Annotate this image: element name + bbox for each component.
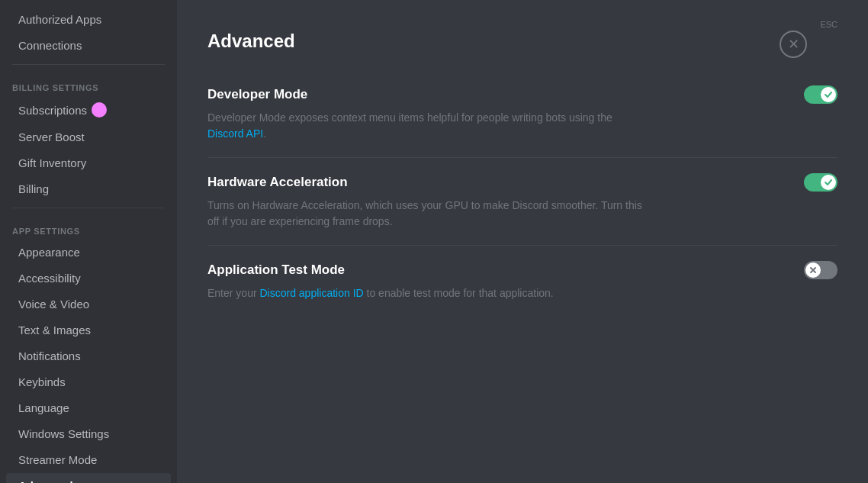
developer-mode-row: Developer Mode [207, 85, 837, 104]
developer-mode-toggle[interactable] [804, 85, 837, 104]
sidebar-item-streamer-mode[interactable]: Streamer Mode [6, 447, 171, 472]
sidebar-item-label: Connections [18, 39, 82, 52]
esc-label: ESC [820, 20, 837, 29]
description-prefix: Developer Mode exposes context menu item… [207, 111, 612, 124]
sidebar-item-label: Voice & Video [18, 298, 89, 311]
sidebar-item-label: Billing [18, 182, 49, 195]
sidebar-item-text-images[interactable]: Text & Images [6, 317, 171, 343]
sidebar-item-label: Accessibility [18, 272, 81, 285]
sidebar-item-server-boost[interactable]: Server Boost [6, 124, 171, 150]
sidebar-item-connections[interactable]: Connections [6, 33, 171, 58]
sidebar-item-label: Language [18, 401, 69, 414]
close-wrapper: ✕ ESC [820, 15, 837, 29]
sidebar-item-label: Server Boost [18, 130, 85, 143]
svg-point-0 [95, 105, 104, 114]
sidebar-item-voice-video[interactable]: Voice & Video [6, 291, 171, 317]
toggle-knob [821, 175, 836, 190]
sidebar-item-appearance[interactable]: Appearance [6, 240, 171, 265]
developer-mode-description: Developer Mode exposes context menu item… [207, 110, 650, 142]
sidebar-item-label: Notifications [18, 349, 81, 362]
sidebar-item-notifications[interactable]: Notifications [6, 343, 171, 369]
sidebar-item-label: Subscriptions [18, 104, 87, 117]
sidebar-item-language[interactable]: Language [6, 395, 171, 420]
app-section-label: APP SETTINGS [0, 214, 177, 239]
hardware-acceleration-card: Hardware Acceleration Turns on Hardware … [207, 158, 837, 246]
sidebar-item-billing[interactable]: Billing [6, 176, 171, 201]
app-test-mode-card: Application Test Mode Enter your Discord… [207, 246, 837, 317]
description-suffix: to enable test mode for that application… [364, 287, 554, 299]
developer-mode-card: Developer Mode Developer Mode exposes co… [207, 70, 837, 158]
app-test-mode-toggle[interactable] [804, 261, 837, 279]
sidebar-item-label: Keybinds [18, 375, 66, 388]
close-icon: ✕ [788, 37, 799, 51]
main-content: ✕ ESC Advanced Developer Mode Developer … [177, 0, 868, 483]
app-test-mode-description: Enter your Discord application ID to ena… [207, 285, 650, 301]
sidebar-item-label: Appearance [18, 246, 80, 259]
sidebar-item-keybinds[interactable]: Keybinds [6, 369, 171, 394]
subscriptions-badge [92, 102, 107, 118]
discord-api-link[interactable]: Discord API [207, 127, 263, 140]
toggle-knob [821, 87, 836, 102]
app-test-mode-label: Application Test Mode [207, 262, 345, 278]
page-title: Advanced [207, 31, 837, 52]
hardware-acceleration-description: Turns on Hardware Acceleration, which us… [207, 198, 650, 230]
discord-app-id-link[interactable]: Discord application ID [259, 287, 363, 299]
sidebar-item-gift-inventory[interactable]: Gift Inventory [6, 150, 171, 175]
sidebar-item-advanced[interactable]: Advanced [6, 473, 171, 483]
sidebar-item-label: Gift Inventory [18, 156, 86, 169]
sidebar-item-label: Windows Settings [18, 427, 109, 440]
sidebar-item-label: Text & Images [18, 324, 91, 336]
sidebar-divider-2 [12, 208, 165, 208]
sidebar-item-subscriptions[interactable]: Subscriptions [6, 96, 171, 124]
sidebar: Authorized Apps Connections BILLING SETT… [0, 0, 177, 483]
app-test-mode-row: Application Test Mode [207, 261, 837, 279]
sidebar-item-accessibility[interactable]: Accessibility [6, 266, 171, 291]
hardware-acceleration-row: Hardware Acceleration [207, 173, 837, 192]
toggle-knob [805, 262, 821, 278]
developer-mode-label: Developer Mode [207, 87, 307, 102]
description-prefix: Enter your [207, 287, 259, 299]
close-button[interactable]: ✕ [780, 31, 807, 58]
billing-section-label: BILLING SETTINGS [0, 71, 177, 95]
sidebar-item-authorized-apps[interactable]: Authorized Apps [6, 7, 171, 32]
sidebar-divider [12, 64, 165, 65]
sidebar-item-windows-settings[interactable]: Windows Settings [6, 421, 171, 446]
sidebar-item-label: Authorized Apps [18, 13, 101, 26]
hardware-acceleration-toggle[interactable] [804, 173, 837, 192]
description-suffix: . [263, 127, 266, 140]
sidebar-item-label: Advanced [18, 479, 73, 483]
sidebar-item-label: Streamer Mode [18, 453, 97, 466]
hardware-acceleration-label: Hardware Acceleration [207, 175, 348, 190]
